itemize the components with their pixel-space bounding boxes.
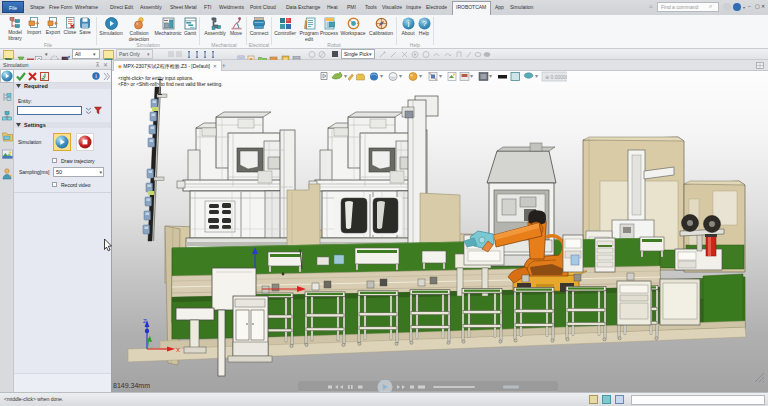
svg-text:▾: ▾ bbox=[439, 73, 442, 79]
svg-text:Z: Z bbox=[143, 318, 147, 324]
svg-text:▾: ▾ bbox=[489, 73, 492, 79]
svg-text:▾: ▾ bbox=[399, 73, 402, 79]
svg-text:X: X bbox=[176, 347, 180, 353]
svg-text:▾: ▾ bbox=[419, 73, 422, 79]
svg-text:i: i bbox=[407, 19, 409, 29]
svg-text:?: ? bbox=[422, 19, 427, 28]
svg-text:⊕ 0.00000: ⊕ 0.00000 bbox=[545, 74, 567, 80]
svg-text:▾: ▾ bbox=[470, 73, 473, 79]
svg-text:▾: ▾ bbox=[535, 73, 538, 79]
svg-text:▾: ▾ bbox=[380, 73, 383, 79]
svg-text:▾: ▾ bbox=[344, 73, 347, 79]
